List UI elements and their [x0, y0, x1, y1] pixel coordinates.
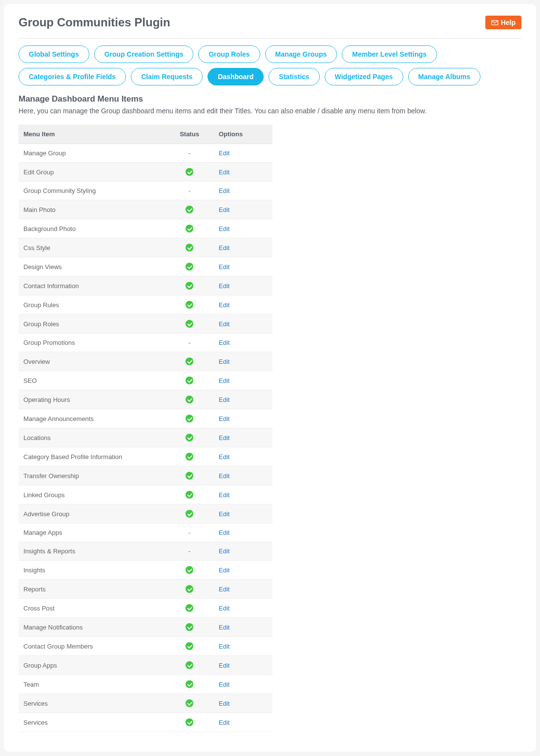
- edit-link[interactable]: Edit: [219, 662, 229, 669]
- menu-item-status[interactable]: [165, 352, 214, 371]
- edit-link[interactable]: Edit: [219, 396, 229, 403]
- menu-item-options: Edit: [214, 694, 272, 713]
- tab-manage-groups[interactable]: Manage Groups: [265, 45, 337, 63]
- menu-item-status[interactable]: -: [165, 182, 214, 200]
- edit-link[interactable]: Edit: [219, 415, 229, 422]
- menu-item-status[interactable]: [165, 637, 214, 656]
- edit-link[interactable]: Edit: [219, 301, 229, 309]
- menu-item-status[interactable]: [165, 466, 214, 485]
- menu-item-status[interactable]: [165, 238, 214, 257]
- menu-item-status[interactable]: [165, 200, 214, 219]
- menu-item-status[interactable]: -: [165, 334, 214, 352]
- edit-link[interactable]: Edit: [219, 681, 229, 688]
- edit-link[interactable]: Edit: [219, 263, 229, 271]
- menu-item-status[interactable]: [165, 485, 214, 504]
- menu-item-status[interactable]: [165, 163, 214, 182]
- check-icon: [186, 604, 193, 612]
- check-icon: [186, 377, 193, 384]
- edit-link[interactable]: Edit: [219, 320, 229, 328]
- menu-item-status[interactable]: -: [165, 524, 214, 542]
- edit-link[interactable]: Edit: [219, 377, 229, 384]
- menu-item-status[interactable]: [165, 295, 214, 315]
- menu-item-status[interactable]: [165, 315, 214, 334]
- menu-item-status[interactable]: [165, 257, 214, 276]
- menu-item-status[interactable]: [165, 656, 214, 675]
- menu-item-status[interactable]: [165, 504, 214, 524]
- table-row: OverviewEdit: [19, 352, 272, 371]
- menu-item-name: Background Photo: [19, 219, 165, 238]
- check-icon: [186, 699, 193, 707]
- menu-item-status[interactable]: [165, 618, 214, 637]
- help-button[interactable]: Help: [485, 16, 521, 29]
- edit-link[interactable]: Edit: [219, 700, 229, 707]
- dash-icon: -: [188, 529, 190, 536]
- menu-item-status[interactable]: [165, 675, 214, 694]
- menu-item-name: Overview: [19, 352, 165, 371]
- tab-member-level-settings[interactable]: Member Level Settings: [342, 45, 437, 63]
- edit-link[interactable]: Edit: [219, 510, 229, 518]
- edit-link[interactable]: Edit: [219, 358, 229, 365]
- edit-link[interactable]: Edit: [219, 149, 229, 157]
- edit-link[interactable]: Edit: [219, 547, 229, 555]
- edit-link[interactable]: Edit: [219, 567, 229, 574]
- dash-icon: -: [188, 547, 190, 555]
- tab-global-settings[interactable]: Global Settings: [19, 45, 89, 63]
- menu-item-status[interactable]: [165, 447, 214, 466]
- edit-link[interactable]: Edit: [219, 453, 229, 461]
- menu-item-status[interactable]: [165, 713, 214, 732]
- edit-link[interactable]: Edit: [219, 225, 229, 232]
- edit-link[interactable]: Edit: [219, 244, 229, 252]
- tab-dashboard[interactable]: Dashboard: [208, 68, 264, 85]
- edit-link[interactable]: Edit: [219, 187, 229, 194]
- edit-link[interactable]: Edit: [219, 586, 229, 593]
- menu-item-status[interactable]: [165, 409, 214, 428]
- menu-item-options: Edit: [214, 447, 272, 466]
- check-icon: [186, 623, 193, 631]
- edit-link[interactable]: Edit: [219, 529, 229, 536]
- edit-link[interactable]: Edit: [219, 206, 229, 213]
- tab-widgetized-pages[interactable]: Widgetized Pages: [325, 68, 403, 85]
- edit-link[interactable]: Edit: [219, 643, 229, 650]
- menu-item-options: Edit: [214, 295, 272, 315]
- edit-link[interactable]: Edit: [219, 434, 229, 441]
- menu-item-status[interactable]: [165, 599, 214, 618]
- menu-item-options: Edit: [214, 144, 272, 163]
- menu-item-status[interactable]: [165, 694, 214, 713]
- menu-items-table: Menu Item Status Options Manage Group-Ed…: [19, 125, 272, 732]
- edit-link[interactable]: Edit: [219, 472, 229, 480]
- edit-link[interactable]: Edit: [219, 719, 229, 726]
- menu-item-status[interactable]: [165, 561, 214, 580]
- page-title: Group Communities Plugin: [19, 16, 170, 29]
- menu-item-name: Cross Post: [19, 599, 165, 618]
- menu-item-options: Edit: [214, 219, 272, 238]
- menu-item-options: Edit: [214, 504, 272, 524]
- edit-link[interactable]: Edit: [219, 605, 229, 612]
- tabs-nav: Global SettingsGroup Creation SettingsGr…: [19, 45, 521, 85]
- menu-item-name: Group Apps: [19, 656, 165, 675]
- menu-item-status[interactable]: -: [165, 144, 214, 163]
- menu-item-status[interactable]: [165, 390, 214, 409]
- check-icon: [186, 301, 193, 309]
- edit-link[interactable]: Edit: [219, 282, 229, 290]
- tab-manage-albums[interactable]: Manage Albums: [408, 68, 481, 85]
- check-icon: [186, 680, 193, 688]
- menu-item-status[interactable]: -: [165, 542, 214, 561]
- menu-item-status[interactable]: [165, 580, 214, 599]
- edit-link[interactable]: Edit: [219, 168, 229, 176]
- menu-item-options: Edit: [214, 182, 272, 200]
- tab-statistics[interactable]: Statistics: [269, 68, 319, 85]
- tab-claim-requests[interactable]: Claim Requests: [131, 68, 203, 85]
- tab-group-roles[interactable]: Group Roles: [198, 45, 260, 63]
- menu-item-status[interactable]: [165, 371, 214, 390]
- tab-categories-profile-fields[interactable]: Categories & Profile Fields: [19, 68, 126, 85]
- section-title: Manage Dashboard Menu Items: [19, 94, 521, 104]
- menu-item-status[interactable]: [165, 219, 214, 238]
- menu-item-status[interactable]: [165, 428, 214, 447]
- tab-group-creation-settings[interactable]: Group Creation Settings: [94, 45, 194, 63]
- edit-link[interactable]: Edit: [219, 339, 229, 346]
- edit-link[interactable]: Edit: [219, 624, 229, 631]
- menu-item-status[interactable]: [165, 276, 214, 295]
- edit-link[interactable]: Edit: [219, 491, 229, 499]
- table-row: Css StyleEdit: [19, 238, 272, 257]
- table-row: Transfer OwnershipEdit: [19, 466, 272, 485]
